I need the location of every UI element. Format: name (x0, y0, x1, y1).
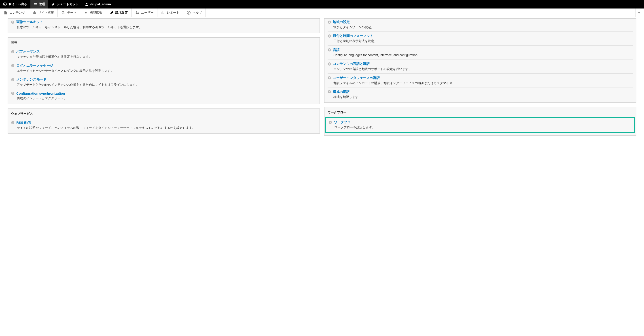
config-item-link[interactable]: 画像ツールキット (16, 20, 43, 24)
admin-tabs: コンテンツ サイト構築 テーマ 機能拡張 環境設定 ユーザー レポート (0, 9, 644, 17)
tab-people[interactable]: ユーザー (132, 9, 158, 17)
help-icon: ? (187, 11, 191, 15)
config-item-head: RSS 配信 (11, 121, 316, 125)
config-item: ユーザーインタフェースの翻訳翻訳ファイルのインポートの構成、翻訳インターフェイス… (328, 74, 633, 88)
config-item: コンテンツの言語と翻訳コンテンツの言語と翻訳のサポートの設定を行います。 (328, 60, 633, 73)
config-item: 日付と時間のフォーマット日付と時刻の表示方法を設定。 (328, 32, 633, 46)
config-item-link[interactable]: メンテナンスモード (16, 77, 46, 82)
panel-body: RSS 配信サイトの説明やフィードごとのアイテムの数、フィードをタイトル・ティー… (11, 118, 316, 132)
tab-extend[interactable]: 機能拡張 (80, 9, 106, 17)
config-item-desc: 日付と時刻の表示方法を設定。 (334, 39, 633, 43)
svg-point-3 (33, 13, 34, 14)
config-item-link[interactable]: RSS 配信 (16, 121, 31, 125)
config-item: RSS 配信サイトの説明やフィードごとのアイテムの数、フィードをタイトル・ティー… (11, 118, 316, 132)
tab-appearance-label: テーマ (67, 11, 76, 15)
tab-reports[interactable]: レポート (158, 9, 183, 17)
config-item-link[interactable]: Configuration synchronization (16, 92, 65, 95)
svg-point-5 (35, 13, 36, 14)
svg-point-23 (329, 121, 332, 124)
back-to-site[interactable]: サイトへ戻る (0, 0, 30, 9)
tab-reports-label: レポート (167, 11, 179, 15)
tab-structure[interactable]: サイト構築 (29, 9, 58, 17)
structure-icon (32, 11, 36, 15)
tab-help-label: ヘルプ (192, 11, 202, 15)
back-label: サイトへ戻る (8, 2, 27, 6)
panel-header: 開発 (11, 38, 316, 47)
toolbar-top: サイトへ戻る 管理 ショートカット drupal_admin (0, 0, 644, 9)
svg-point-7 (136, 11, 137, 12)
config-panel: ウェブサービスRSS 配信サイトの説明やフィードごとのアイテムの数、フィードをタ… (8, 109, 320, 134)
chevron-right-icon (11, 92, 14, 95)
shortcuts-label: ショートカット (57, 2, 79, 6)
svg-text:?: ? (188, 12, 190, 14)
chevron-right-icon (11, 64, 14, 67)
chevron-right-icon (328, 20, 331, 24)
config-item-desc: 構成のインポートとエクスポート。 (17, 96, 316, 101)
chevron-right-icon (11, 121, 14, 124)
config-panel: 画像ツールキット任意のツールキットをインストールした場合、利用する画像ツールキッ… (8, 18, 320, 33)
chevron-right-icon (11, 78, 14, 81)
chevron-right-icon (328, 121, 332, 124)
config-icon (110, 11, 114, 15)
config-item-head: メンテナンスモード (11, 77, 316, 82)
svg-point-16 (11, 121, 14, 124)
config-item-head: ユーザーインタフェースの翻訳 (328, 76, 633, 80)
config-item: 言語Configure languages for content, inter… (328, 46, 633, 60)
config-item-link[interactable]: 構成の翻訳 (333, 90, 350, 94)
tab-content-label: コンテンツ (10, 11, 25, 15)
config-panel: ワークフローワークフローワークフローを設定します。 (324, 107, 636, 135)
config-item: 構成の翻訳構成を翻訳します。 (328, 88, 633, 101)
appearance-icon (61, 11, 65, 15)
config-item-head: 構成の翻訳 (328, 90, 633, 94)
config-item-link[interactable]: 言語 (333, 48, 340, 52)
panel-body: ワークフローワークフローを設定します。 (328, 117, 633, 133)
config-item: Configuration synchronization構成のインポートとエク… (11, 89, 316, 103)
svg-point-22 (328, 90, 331, 93)
manage-toggle[interactable]: 管理 (30, 0, 48, 9)
svg-point-1 (86, 3, 88, 4)
svg-point-14 (11, 78, 14, 81)
user-toggle[interactable]: drupal_admin (82, 0, 114, 9)
config-item-link[interactable]: ログとエラーメッセージ (16, 64, 53, 68)
tab-content[interactable]: コンテンツ (0, 9, 29, 17)
config-item-link[interactable]: パフォーマンス (16, 50, 40, 54)
tab-help[interactable]: ? ヘルプ (183, 9, 206, 17)
config-item-desc: キャッシュと帯域幅を最適化する設定を行ないます。 (17, 54, 316, 59)
tab-extend-label: 機能拡張 (90, 11, 102, 15)
hamburger-icon (34, 3, 37, 6)
config-item: ワークフローワークフローを設定します。 (325, 117, 635, 133)
config-item-desc: 翻訳ファイルのインポートの構成、翻訳インターフェイスの追加またはカスタマイズ。 (334, 81, 633, 86)
chevron-right-icon (328, 48, 331, 52)
svg-point-13 (11, 64, 14, 67)
config-item-link[interactable]: ワークフロー (334, 120, 354, 124)
collapse-toggle[interactable] (636, 9, 644, 17)
config-item-desc: ワークフローを設定します。 (334, 125, 632, 130)
tab-config[interactable]: 環境設定 (106, 9, 132, 17)
config-item-head: 画像ツールキット (11, 20, 316, 24)
config-item: ログとエラーメッセージエラーメッセージやデータベースロギングの表示方法を設定しま… (11, 61, 316, 75)
config-item-link[interactable]: ユーザーインタフェースの翻訳 (333, 76, 380, 80)
config-item-desc: エラーメッセージやデータベースロギングの表示方法を設定します。 (17, 68, 316, 73)
manage-label: 管理 (39, 2, 45, 6)
chevron-right-icon (328, 34, 331, 38)
config-item: メンテナンスモードアップデートとその他のメンテナンス作業をするためにサイトをオフ… (11, 75, 316, 89)
config-item-link[interactable]: 日付と時間のフォーマット (333, 34, 373, 38)
svg-point-18 (328, 35, 331, 38)
config-item-link[interactable]: コンテンツの言語と翻訳 (333, 62, 370, 66)
svg-point-20 (328, 62, 331, 66)
tab-appearance[interactable]: テーマ (58, 9, 80, 17)
svg-point-12 (11, 50, 14, 53)
config-item: 地域の設定場所とタイムゾーンの設定。 (328, 19, 633, 32)
config-item-desc: Configure languages for content, interfa… (334, 53, 633, 58)
content-icon (4, 11, 8, 15)
config-item-head: 地域の設定 (328, 20, 633, 24)
config-item-desc: 場所とタイムゾーンの設定。 (334, 25, 633, 30)
config-item-head: パフォーマンス (11, 50, 316, 54)
config-item-desc: 構成を翻訳します。 (334, 94, 633, 99)
tab-config-label: 環境設定 (116, 11, 128, 15)
tab-people-label: ユーザー (141, 11, 154, 15)
config-item-link[interactable]: 地域の設定 (333, 20, 350, 24)
config-item: パフォーマンスキャッシュと帯域幅を最適化する設定を行ないます。 (11, 47, 316, 61)
shortcuts-toggle[interactable]: ショートカット (48, 0, 82, 9)
left-column: 画像ツールキット任意のツールキットをインストールした場合、利用する画像ツールキッ… (8, 18, 320, 136)
